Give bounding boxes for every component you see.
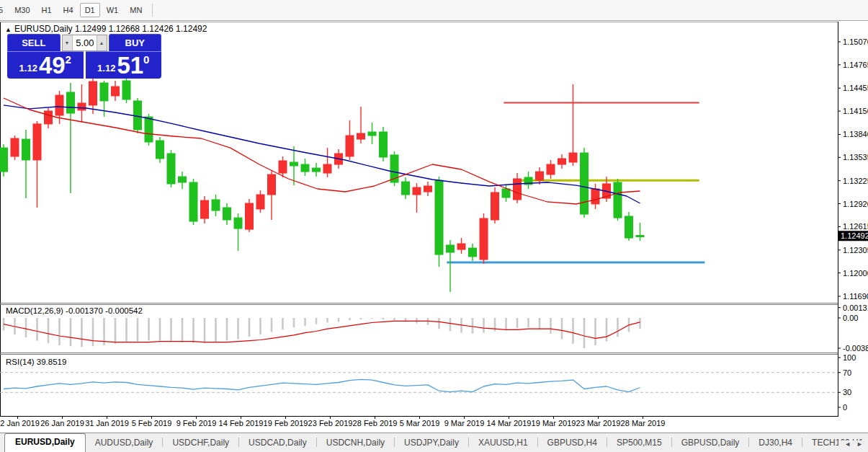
chart-tab-usdcnh-daily[interactable]: USDCNH,Daily	[317, 435, 394, 452]
chart-region: 1.150701.147651.144551.141501.138401.135…	[0, 22, 868, 433]
candle-body	[569, 153, 577, 162]
candle-body	[212, 200, 220, 211]
timeframe-button-5[interactable]: 5	[0, 3, 8, 17]
candle-body	[122, 81, 130, 99]
rsi-axis-label: 30	[843, 388, 851, 396]
candle-body	[89, 81, 97, 105]
macd-axis-label: 0.00	[843, 314, 858, 322]
timeframe-button-w1[interactable]: W1	[102, 3, 124, 17]
chart-tab-usdchf-daily[interactable]: USDCHF,Daily	[163, 435, 238, 452]
candle-body	[591, 189, 599, 204]
date-axis-label: 31 Jan 2019	[85, 419, 129, 427]
timeframe-button-mn[interactable]: MN	[125, 3, 147, 17]
date-axis-label: 23 Feb 2019	[308, 419, 353, 427]
ask-price[interactable]: 1.12 51 0	[86, 51, 162, 79]
candle-body	[491, 192, 499, 220]
date-axis-label: 14 Feb 2019	[219, 419, 264, 427]
candle-body	[558, 159, 566, 164]
volume-input[interactable]: 5.00	[73, 35, 97, 50]
candle-body	[636, 236, 644, 237]
candle-body	[256, 195, 264, 209]
chart-tab-xauusd-h1[interactable]: XAUUSD,H1	[469, 435, 537, 452]
rsi-line	[4, 379, 640, 391]
candle-body	[156, 141, 164, 159]
chart-tab-usdjpy-daily[interactable]: USDJPY,Daily	[395, 435, 468, 452]
tab-scroll-left-icon[interactable]: ◄	[841, 440, 854, 448]
candle-body	[179, 177, 187, 182]
ma-fast-line	[4, 98, 640, 204]
candle-body	[614, 182, 622, 218]
tab-scroll-controls: ◄►	[838, 440, 866, 448]
candle-body	[301, 164, 309, 172]
chart-tab-usdcad-daily[interactable]: USDCAD,Daily	[239, 435, 316, 452]
price-axis-label: 1.14150	[843, 107, 868, 115]
chart-title: ▲EURUSD,Daily 1.12499 1.12668 1.12426 1.…	[5, 24, 207, 34]
price-axis-label: 1.12615	[843, 222, 868, 231]
candle-body	[67, 92, 75, 113]
chart-canvas[interactable]: 1.150701.147651.144551.141501.138401.135…	[0, 22, 868, 433]
candle-body	[0, 148, 8, 172]
chart-tab-audusd-daily[interactable]: AUDUSD,Daily	[86, 435, 163, 452]
candle-body	[625, 216, 633, 238]
volume-spinner: ▼ 5.00 ▲	[62, 34, 107, 51]
rsi-indicator-label: RSI(14) 39.8519	[6, 358, 66, 366]
candle-body	[100, 83, 108, 101]
candle-body	[11, 138, 19, 156]
chart-tabbar: EURUSD,DailyAUDUSD,DailyUSDCHF,DailyUSDC…	[0, 433, 868, 452]
price-axis-label: 1.13535	[843, 153, 868, 161]
volume-increase-icon[interactable]: ▲	[97, 35, 107, 50]
sell-button[interactable]: SELL	[7, 34, 61, 51]
volume-decrease-icon[interactable]: ▼	[63, 35, 73, 50]
candle-body	[246, 203, 254, 229]
ask-price-main: 51	[117, 53, 143, 79]
candle-body	[112, 87, 120, 96]
chart-tab-eurusd-daily[interactable]: EURUSD,Daily	[4, 433, 86, 452]
collapse-panel-icon[interactable]: ▲	[5, 26, 12, 33]
date-axis-label: 23 Mar 2019	[576, 419, 621, 427]
chart-tab-gbpusd-daily[interactable]: GBPUSD,Daily	[672, 435, 749, 452]
candle-body	[581, 153, 589, 214]
chart-tab-sp500-m15[interactable]: SP500,M15	[607, 435, 671, 452]
candle-body	[547, 164, 555, 174]
tab-scroll-right-icon[interactable]: ►	[854, 440, 866, 448]
candle-body	[480, 218, 488, 260]
toolbar-separator	[152, 4, 153, 17]
candle-body	[78, 103, 86, 110]
timeframe-button-m30[interactable]: M30	[9, 3, 35, 17]
date-axis-label: 28 Mar 2019	[621, 419, 666, 427]
rsi-axis-label: 0	[843, 403, 847, 412]
candle-body	[447, 245, 455, 252]
candle-body	[514, 179, 522, 200]
price-axis-label: 1.14765	[843, 61, 868, 69]
candle-body	[502, 189, 510, 198]
date-axis-label: 28 Feb 2019	[353, 419, 398, 427]
chart-tab-gbpusd-h4[interactable]: GBPUSD,H4	[538, 435, 607, 452]
macd-signal-line	[4, 321, 640, 342]
candle-body	[279, 161, 287, 173]
candle-body	[134, 101, 142, 130]
candle-body	[323, 164, 331, 173]
bid-price[interactable]: 1.12 49 2	[7, 51, 84, 79]
candle-body	[368, 132, 376, 136]
rsi-axis-label: 70	[843, 368, 851, 377]
bid-price-main: 49	[39, 53, 66, 79]
ma-slow-line	[4, 105, 640, 203]
price-axis-label: 1.13225	[843, 177, 868, 185]
chart-tab-dj30-h4[interactable]: DJ30,H4	[749, 435, 802, 452]
date-axis-label: 19 Mar 2019	[532, 419, 576, 427]
timeframe-toolbar: 5M30H1H4D1W1MN	[0, 0, 868, 21]
timeframe-button-d1[interactable]: D1	[80, 3, 100, 17]
one-click-trade-panel: SELL ▼ 5.00 ▲ BUY 1.12 49 2 1.12 51 0	[7, 34, 161, 79]
date-axis-label: 9 Feb 2019	[176, 419, 217, 427]
chart-title-text: EURUSD,Daily 1.12499 1.12668 1.12426 1.1…	[14, 24, 207, 34]
timeframe-button-h4[interactable]: H4	[58, 3, 79, 17]
candle-body	[357, 133, 365, 139]
price-axis-label: 1.12305	[843, 246, 868, 254]
date-axis-label: 22 Jan 2019	[0, 419, 40, 427]
candle-body	[268, 174, 276, 195]
timeframe-button-h1[interactable]: H1	[37, 3, 57, 17]
buy-button[interactable]: BUY	[109, 34, 162, 51]
candle-body	[201, 200, 209, 218]
date-axis-label: 14 Mar 2019	[487, 419, 532, 427]
price-axis-label: 1.11690	[843, 292, 868, 301]
